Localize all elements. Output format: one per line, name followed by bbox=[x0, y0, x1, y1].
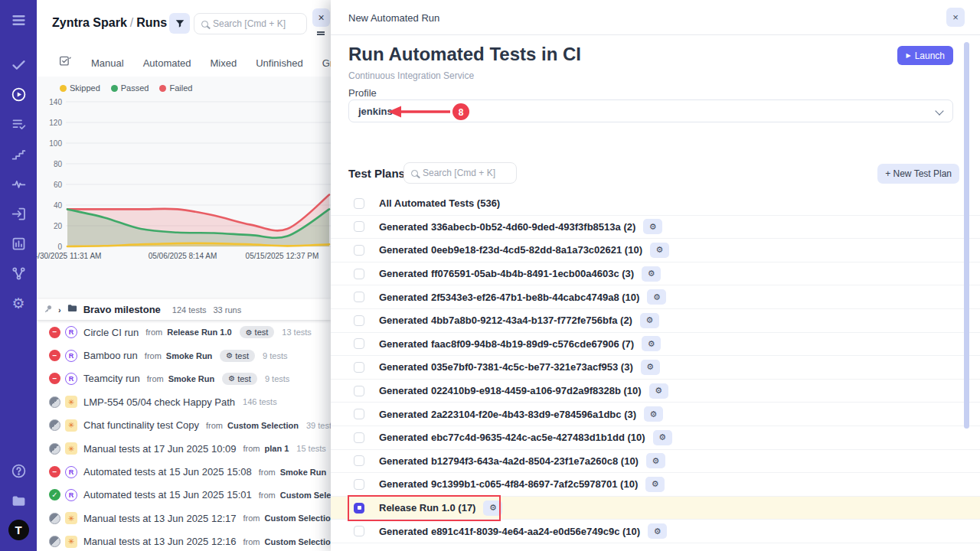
import-icon[interactable] bbox=[9, 204, 28, 223]
checkbox[interactable] bbox=[354, 432, 364, 443]
run-source: Custom Selection bbox=[227, 421, 299, 430]
checkbox[interactable] bbox=[354, 386, 364, 396]
milestones-icon[interactable] bbox=[9, 145, 28, 163]
test-plan-row[interactable]: Generated 0eeb9e18-f23d-4cd5-82dd-8a1a73… bbox=[331, 239, 980, 262]
run-from-label: from bbox=[206, 421, 223, 430]
test-plan-row[interactable]: Generated 9c1399b1-c065-4f84-8697-7af2c5… bbox=[331, 473, 980, 497]
checkbox[interactable] bbox=[354, 245, 364, 256]
test-plan-row[interactable]: Generated ebc77c4d-9635-424c-ac5e-427483… bbox=[331, 426, 980, 450]
gear-button[interactable]: ⚙ bbox=[650, 243, 669, 258]
run-row[interactable]: ✓RAutomated tests at 15 Jun 2025 15:01fr… bbox=[37, 484, 331, 507]
run-tests-count: 146 tests bbox=[243, 397, 277, 406]
status-failed-icon: − bbox=[49, 466, 60, 478]
branch-icon[interactable] bbox=[9, 264, 28, 282]
run-title: Automated tests at 15 Jun 2025 15:08 bbox=[83, 466, 252, 478]
run-row[interactable]: ✳Manual tests at 17 Jun 2025 10:09frompl… bbox=[37, 437, 331, 460]
run-row[interactable]: −RBamboo runfromSmoke Run⚙test9 tests bbox=[37, 344, 331, 367]
brand-logo[interactable]: T bbox=[8, 520, 29, 540]
test-plans-icon[interactable] bbox=[9, 115, 28, 133]
test-plans-search[interactable] bbox=[403, 162, 517, 184]
gear-button[interactable]: ⚙ bbox=[653, 430, 672, 445]
breadcrumb-project[interactable]: Zyntra Spark bbox=[52, 16, 127, 29]
gear-button[interactable]: ⚙ bbox=[640, 313, 659, 328]
checkbox[interactable] bbox=[354, 479, 364, 490]
test-plan-row[interactable]: Generated faac8f09-94b8-4b19-89d9-c576cd… bbox=[331, 333, 980, 357]
run-row[interactable]: −RAutomated tests at 15 Jun 2025 15:08fr… bbox=[37, 460, 331, 483]
test-plan-row[interactable]: Release Run 1.0 (17)⚙ bbox=[331, 497, 980, 520]
run-row[interactable]: −RTeamcity runfromSmoke Run⚙test9 tests bbox=[37, 367, 331, 390]
test-plan-row[interactable]: Generated 336abecb-0b52-4d60-9ded-493f3f… bbox=[331, 216, 980, 240]
gear-button[interactable]: ⚙ bbox=[647, 289, 666, 305]
gear-button[interactable]: ⚙ bbox=[646, 453, 665, 468]
runs-search[interactable] bbox=[194, 13, 307, 34]
milestone-row[interactable]: › Bravo milestone 124 tests 33 runs bbox=[37, 299, 331, 320]
checkbox[interactable] bbox=[354, 292, 364, 302]
run-row[interactable]: ✳Chat functinality test CopyfromCustom S… bbox=[37, 414, 331, 437]
gear-button[interactable]: ⚙ bbox=[644, 406, 663, 422]
run-tag-badge[interactable]: ⚙test bbox=[240, 326, 275, 338]
launch-button[interactable]: ▶ Launch bbox=[897, 46, 953, 65]
scrollbar[interactable] bbox=[964, 42, 969, 429]
checkbox[interactable] bbox=[354, 315, 364, 326]
gear-button[interactable]: ⚙ bbox=[483, 500, 502, 516]
checkbox-checked[interactable] bbox=[354, 503, 364, 514]
tab-automated[interactable]: Automated bbox=[143, 57, 191, 69]
checkbox[interactable] bbox=[354, 526, 364, 536]
test-plan-label: Generated 022410b9-e918-4459-a106-97d2a9… bbox=[379, 385, 642, 396]
tests-icon[interactable] bbox=[9, 55, 28, 73]
tab-manual[interactable]: Manual bbox=[91, 57, 124, 69]
test-plan-label: Generated ebc77c4d-9635-424c-ac5e-427483… bbox=[379, 432, 645, 443]
panel-close-button[interactable]: × bbox=[312, 8, 330, 27]
checkbox[interactable] bbox=[354, 198, 364, 209]
gear-button[interactable]: ⚙ bbox=[645, 477, 665, 492]
checkbox[interactable] bbox=[354, 221, 364, 232]
modal-close-button[interactable]: × bbox=[946, 8, 965, 27]
analytics-icon[interactable] bbox=[9, 234, 28, 253]
run-row[interactable]: ✳LMP-554 05/04 check Happy Path146 tests bbox=[37, 390, 331, 413]
test-plan-row[interactable]: Generated e891c41f-8039-4e64-aa24-e0d56e… bbox=[331, 520, 980, 543]
runs-icon[interactable] bbox=[9, 85, 28, 103]
help-icon[interactable] bbox=[9, 461, 28, 480]
profile-select[interactable]: jenkins bbox=[348, 99, 953, 122]
test-plan-row[interactable]: All Automated Tests (536) bbox=[331, 192, 980, 216]
gear-button[interactable]: ⚙ bbox=[642, 266, 661, 282]
pulse-icon[interactable] bbox=[9, 174, 28, 193]
run-row[interactable]: ✳Manual tests at 13 Jun 2025 12:17fromCu… bbox=[37, 507, 331, 530]
test-plan-label: Generated faac8f09-94b8-4b19-89d9-c576cd… bbox=[379, 338, 634, 350]
select-runs-icon[interactable] bbox=[58, 54, 72, 71]
gear-button[interactable]: ⚙ bbox=[641, 360, 660, 375]
test-plan-row[interactable]: Generated 4bb7a8b0-9212-43a4-b137-f772fe… bbox=[331, 309, 980, 333]
gear-button[interactable]: ⚙ bbox=[649, 383, 668, 399]
checkbox[interactable] bbox=[354, 362, 364, 373]
test-plan-row[interactable]: Generated 2a223104-f20e-4b43-83d9-e78459… bbox=[331, 403, 980, 426]
tab-unfinished[interactable]: Unfinished bbox=[256, 57, 302, 69]
settings-gear-icon[interactable]: ⚙ bbox=[9, 294, 28, 312]
checkbox[interactable] bbox=[354, 455, 364, 466]
test-plan-row[interactable]: Generated b12794f3-643a-4a2d-8504-23f1e7… bbox=[331, 450, 980, 474]
test-plan-row[interactable]: Generated 2f5343e3-ef26-47b1-be8b-44cabc… bbox=[331, 285, 980, 309]
run-tag-badge[interactable]: ⚙test bbox=[220, 350, 255, 362]
test-plan-label: Generated b12794f3-643a-4a2d-8504-23f1e7… bbox=[379, 455, 639, 467]
run-row[interactable]: ✳Manual tests at 13 Jun 2025 12:16fromCu… bbox=[37, 530, 331, 551]
filter-button[interactable] bbox=[169, 13, 190, 34]
new-test-plan-button[interactable]: + New Test Plan bbox=[877, 164, 959, 184]
checkbox[interactable] bbox=[354, 338, 364, 349]
folder-icon[interactable] bbox=[9, 491, 28, 510]
test-plans-search-input[interactable] bbox=[423, 168, 509, 178]
gear-button[interactable]: ⚙ bbox=[643, 219, 662, 234]
run-row[interactable]: −RCircle CI runfromRelease Run 1.0⚙test1… bbox=[37, 321, 331, 344]
gear-button[interactable]: ⚙ bbox=[648, 523, 667, 539]
test-plan-row[interactable]: Generated 035e7bf0-7381-4c5c-be77-321e73… bbox=[331, 356, 980, 380]
test-plan-label: Generated e891c41f-8039-4e64-aa24-e0d56e… bbox=[379, 526, 640, 537]
checkbox[interactable] bbox=[354, 269, 364, 279]
test-plan-row[interactable]: Generated ff076591-05ab-4b4b-8491-1ecb00… bbox=[331, 262, 980, 286]
run-tag-badge[interactable]: ⚙test bbox=[222, 373, 257, 385]
run-title: Manual tests at 13 Jun 2025 12:17 bbox=[83, 513, 236, 524]
tab-mixed[interactable]: Mixed bbox=[211, 57, 237, 69]
menu-icon[interactable] bbox=[9, 11, 28, 29]
gear-button[interactable]: ⚙ bbox=[642, 336, 661, 351]
checkbox[interactable] bbox=[354, 409, 364, 419]
runs-search-input[interactable] bbox=[213, 18, 299, 29]
chevron-right-icon[interactable]: › bbox=[58, 305, 61, 315]
test-plan-row[interactable]: Generated 022410b9-e918-4459-a106-97d2a9… bbox=[331, 380, 980, 403]
